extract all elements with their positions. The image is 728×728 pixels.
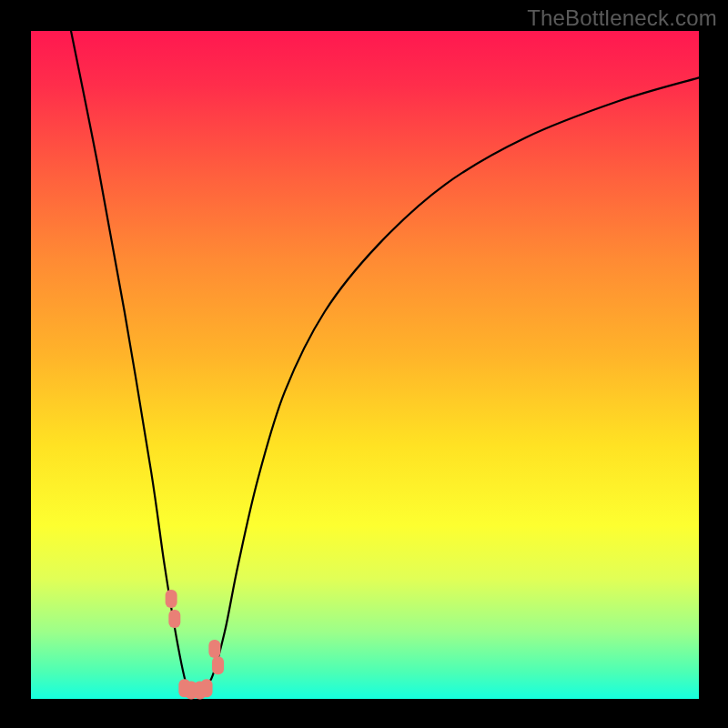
chart-marker — [212, 656, 224, 674]
chart-marker — [208, 640, 220, 658]
chart-svg — [31, 31, 699, 699]
watermark-text: TheBottleneck.com — [527, 5, 717, 31]
chart-marker — [168, 610, 180, 628]
bottleneck-curve-line — [71, 31, 699, 693]
chart-plot-area — [31, 31, 699, 699]
chart-marker — [166, 590, 177, 608]
chart-marker — [201, 679, 213, 697]
chart-markers — [166, 590, 224, 700]
